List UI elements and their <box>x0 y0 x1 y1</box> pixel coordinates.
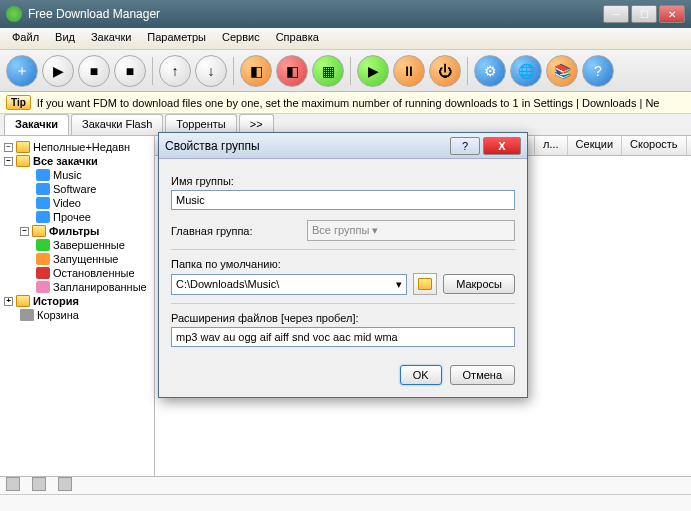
tree-label: Запущенные <box>53 253 118 265</box>
status-icon <box>36 281 50 293</box>
tab-downloads[interactable]: Закачки <box>4 114 69 135</box>
dialog-close-button[interactable]: X <box>483 137 521 155</box>
parent-group-select[interactable]: Все группы ▾ <box>307 220 515 241</box>
menu-options[interactable]: Параметры <box>139 28 214 49</box>
tree-video[interactable]: Video <box>2 196 152 210</box>
status-icon <box>36 239 50 251</box>
tree-completed[interactable]: Завершенные <box>2 238 152 252</box>
tree-music[interactable]: Music <box>2 168 152 182</box>
tree-stopped[interactable]: Остановленные <box>2 266 152 280</box>
tree-panel: −Неполные+Недавн −Все закачки Music Soft… <box>0 136 155 476</box>
minimize-button[interactable]: ─ <box>603 5 629 23</box>
collapse-icon[interactable]: − <box>20 227 29 236</box>
app-icon <box>6 6 22 22</box>
move-down-button[interactable]: ↓ <box>195 55 227 87</box>
menubar: Файл Вид Закачки Параметры Сервис Справк… <box>0 28 691 50</box>
macros-button[interactable]: Макросы <box>443 274 515 294</box>
col-url[interactable]: л... <box>535 136 568 155</box>
add-download-button[interactable]: ＋ <box>6 55 38 87</box>
pause-all-button[interactable]: ⏸ <box>393 55 425 87</box>
titlebar: Free Download Manager ─ ☐ ✕ <box>0 0 691 28</box>
folder-icon <box>16 155 30 167</box>
separator <box>350 57 351 85</box>
group-icon <box>36 169 50 181</box>
col-sections[interactable]: Секции <box>568 136 622 155</box>
tree-trash[interactable]: Корзина <box>2 308 152 322</box>
group-properties-dialog: Свойства группы ? X Имя группы: Главная … <box>158 132 528 398</box>
folder-label: Папка по умолчанию: <box>171 258 515 270</box>
menu-file[interactable]: Файл <box>4 28 47 49</box>
tree-label: История <box>33 295 79 307</box>
folder-icon <box>418 278 432 290</box>
stop-button[interactable]: ■ <box>78 55 110 87</box>
cancel-button[interactable]: Отмена <box>450 365 515 385</box>
library-button[interactable]: 📚 <box>546 55 578 87</box>
separator <box>233 57 234 85</box>
tree-running[interactable]: Запущенные <box>2 252 152 266</box>
tip-text: If you want FDM to download files one by… <box>37 97 660 109</box>
schedule-button[interactable]: ◧ <box>240 55 272 87</box>
menu-view[interactable]: Вид <box>47 28 83 49</box>
tree-label: Запланированные <box>53 281 147 293</box>
progress-tab-icon[interactable] <box>32 477 46 491</box>
group-icon <box>36 197 50 209</box>
menu-help[interactable]: Справка <box>268 28 327 49</box>
tree-incomplete[interactable]: −Неполные+Недавн <box>2 140 152 154</box>
log-tab-icon[interactable] <box>6 477 20 491</box>
tree-label: Неполные+Недавн <box>33 141 130 153</box>
folder-icon <box>32 225 46 237</box>
browse-folder-button[interactable] <box>413 273 437 295</box>
settings-button[interactable]: ⚙ <box>474 55 506 87</box>
name-label: Имя группы: <box>171 175 515 187</box>
status-icon <box>36 253 50 265</box>
tree-label: Software <box>53 183 96 195</box>
status-icon <box>36 267 50 279</box>
collapse-icon[interactable]: − <box>4 157 13 166</box>
tree-label: Фильтры <box>49 225 99 237</box>
dialog-help-button[interactable]: ? <box>450 137 480 155</box>
maximize-button[interactable]: ☐ <box>631 5 657 23</box>
info-tab-icon[interactable] <box>58 477 72 491</box>
stop-all-button[interactable]: ■ <box>114 55 146 87</box>
trash-icon <box>20 309 34 321</box>
folder-icon <box>16 295 30 307</box>
tip-badge: Tip <box>6 95 31 110</box>
folder-value: C:\Downloads\Music\ <box>176 278 396 291</box>
tab-flash[interactable]: Закачки Flash <box>71 114 163 135</box>
separator <box>467 57 468 85</box>
expand-icon[interactable]: + <box>4 297 13 306</box>
power-button[interactable]: ⏻ <box>429 55 461 87</box>
dialog-titlebar[interactable]: Свойства группы ? X <box>159 133 527 159</box>
menu-service[interactable]: Сервис <box>214 28 268 49</box>
tree-label: Прочее <box>53 211 91 223</box>
folder-combo[interactable]: C:\Downloads\Music\▾ <box>171 274 407 295</box>
tree-history[interactable]: +История <box>2 294 152 308</box>
group-icon <box>36 211 50 223</box>
col-speed[interactable]: Скорость <box>622 136 687 155</box>
help-button[interactable]: ? <box>582 55 614 87</box>
start-button[interactable]: ▶ <box>42 55 74 87</box>
tree-all[interactable]: −Все закачки <box>2 154 152 168</box>
ok-button[interactable]: OK <box>400 365 442 385</box>
start-all-button[interactable]: ▶ <box>357 55 389 87</box>
window-title: Free Download Manager <box>28 7 603 21</box>
tree-label: Завершенные <box>53 239 125 251</box>
tree-scheduled[interactable]: Запланированные <box>2 280 152 294</box>
priority-button[interactable]: ◧ <box>276 55 308 87</box>
close-button[interactable]: ✕ <box>659 5 685 23</box>
move-up-button[interactable]: ↑ <box>159 55 191 87</box>
group-name-input[interactable] <box>171 190 515 210</box>
collapse-icon[interactable]: − <box>4 143 13 152</box>
tree-other[interactable]: Прочее <box>2 210 152 224</box>
tip-bar: Tip If you want FDM to download files on… <box>0 92 691 114</box>
tree-software[interactable]: Software <box>2 182 152 196</box>
dialog-title: Свойства группы <box>165 139 447 153</box>
select-value: Все группы <box>312 224 369 236</box>
tree-label: Music <box>53 169 82 181</box>
remote-button[interactable]: 🌐 <box>510 55 542 87</box>
tree-filters[interactable]: −Фильтры <box>2 224 152 238</box>
extensions-input[interactable] <box>171 327 515 347</box>
tree-label: Корзина <box>37 309 79 321</box>
traffic-button[interactable]: ▦ <box>312 55 344 87</box>
menu-downloads[interactable]: Закачки <box>83 28 139 49</box>
